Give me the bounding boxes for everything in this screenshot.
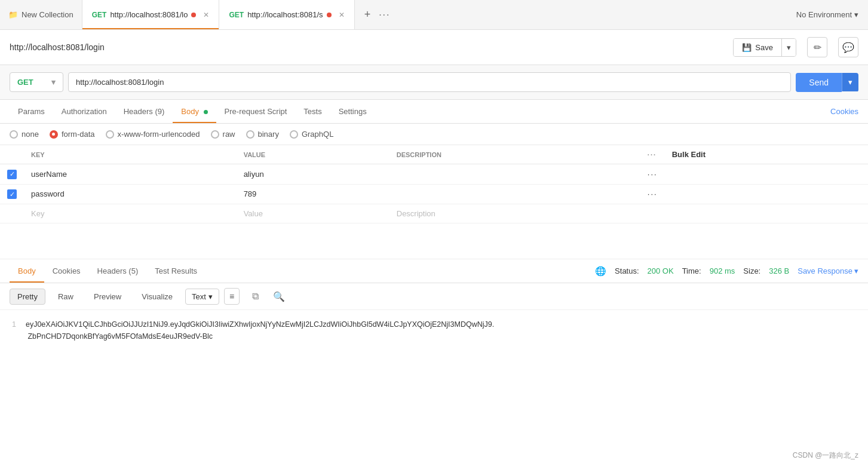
resp-tab-cookies[interactable]: Cookies xyxy=(44,259,89,283)
close-tab-2[interactable]: ✕ xyxy=(339,11,345,19)
tab-settings[interactable]: Settings xyxy=(330,100,375,123)
save-button-group: 💾 Save ▾ xyxy=(733,38,796,57)
body-type-urlencoded[interactable]: x-www-form-urlencoded xyxy=(106,130,200,139)
tab-params[interactable]: Params xyxy=(10,100,53,123)
search-icon: 🔍 xyxy=(273,291,285,302)
tab-headers[interactable]: Headers (9) xyxy=(115,100,173,123)
format-raw-button[interactable]: Raw xyxy=(50,289,81,305)
row1-checkbox-cell[interactable] xyxy=(0,164,24,185)
request-tabs: Params Authorization Headers (9) Body Pr… xyxy=(0,100,868,124)
environment-label: No Environment xyxy=(796,10,852,19)
row1-checkbox[interactable] xyxy=(7,170,17,179)
environment-selector-area: No Environment ▾ xyxy=(796,10,868,19)
send-chevron-button[interactable]: ▾ xyxy=(842,73,858,91)
row2-value-cell[interactable]: 789 xyxy=(237,184,389,204)
bulk-edit-button[interactable]: Bulk Edit xyxy=(672,150,706,159)
row1-value-cell[interactable]: aliyun xyxy=(237,164,389,185)
radio-binary xyxy=(246,130,254,139)
unsaved-indicator-1 xyxy=(191,13,196,17)
resp-tab-headers[interactable]: Headers (5) xyxy=(89,259,147,283)
row2-checkbox[interactable] xyxy=(7,189,17,199)
line-number-2 xyxy=(12,332,18,341)
chevron-down-icon: ▾ xyxy=(854,10,858,19)
collection-tab[interactable]: 📁 New Collection xyxy=(0,0,82,29)
copy-icon: ⧉ xyxy=(252,291,259,302)
empty-desc-cell[interactable]: Description xyxy=(389,204,640,223)
table-row-empty: Key Value Description xyxy=(0,204,868,223)
comment-icon: 💬 xyxy=(842,42,854,53)
row2-value: 789 xyxy=(244,189,257,198)
row1-more[interactable]: ··· xyxy=(640,164,665,185)
filter-button[interactable]: ≡ xyxy=(224,288,240,305)
row2-more[interactable]: ··· xyxy=(640,184,665,204)
body-type-raw[interactable]: raw xyxy=(211,130,235,139)
save-icon: 💾 xyxy=(742,43,752,52)
method-chevron-icon: ▾ xyxy=(51,78,56,87)
body-type-graphql[interactable]: GraphQL xyxy=(290,130,333,139)
row2-empty xyxy=(665,184,868,204)
format-preview-button[interactable]: Preview xyxy=(86,289,129,305)
cookies-link[interactable]: Cookies xyxy=(830,100,858,123)
radio-raw xyxy=(211,130,219,139)
row2-desc-cell[interactable] xyxy=(389,184,640,204)
copy-button[interactable]: ⧉ xyxy=(247,288,263,305)
empty-value-cell[interactable]: Value xyxy=(237,204,389,223)
send-button-group: Send ▾ xyxy=(796,73,858,92)
new-tab-button[interactable]: + xyxy=(361,6,375,23)
body-dot-indicator xyxy=(204,110,208,114)
empty-more xyxy=(640,204,665,223)
row2-key-cell[interactable]: password xyxy=(24,184,237,204)
send-button[interactable]: Send xyxy=(796,73,842,92)
empty-key-cell[interactable]: Key xyxy=(24,204,237,223)
search-button[interactable]: 🔍 xyxy=(271,288,287,305)
request-tab-1[interactable]: GET http://localhost:8081/lo ✕ xyxy=(82,0,220,29)
edit-icon: ✏ xyxy=(814,42,821,53)
row1-key-cell[interactable]: userName xyxy=(24,164,237,185)
size-label: Size: xyxy=(743,266,760,275)
format-pretty-button[interactable]: Pretty xyxy=(10,289,45,305)
save-button[interactable]: 💾 Save xyxy=(734,39,781,56)
request-tab-2[interactable]: GET http://localhost:8081/s ✕ xyxy=(219,0,354,29)
params-table: KEY VALUE DESCRIPTION ··· Bulk Edit user… xyxy=(0,145,868,223)
text-type-label: Text xyxy=(192,292,206,301)
th-checkbox xyxy=(0,145,24,164)
watermark: CSDN @一路向北_z xyxy=(793,450,858,461)
row1-desc-cell[interactable] xyxy=(389,164,640,185)
body-type-form-data[interactable]: form-data xyxy=(50,130,95,139)
line-number-1: 1 xyxy=(12,320,16,329)
folder-icon: 📁 xyxy=(8,10,18,19)
format-visualize-button[interactable]: Visualize xyxy=(134,289,180,305)
filter-icon: ≡ xyxy=(229,292,234,301)
desc-placeholder: Description xyxy=(397,209,435,218)
row1-key: userName xyxy=(31,170,67,179)
method-selector[interactable]: GET ▾ xyxy=(10,72,63,92)
environment-selector[interactable]: No Environment ▾ xyxy=(796,10,858,19)
request-url-2: http://localhost:8081/s xyxy=(247,10,323,19)
resp-tab-body[interactable]: Body xyxy=(10,259,44,283)
response-content: 1eyJ0eXAiOiJKV1QiLCJhbGciOiJJUzI1NiJ9.ey… xyxy=(0,310,868,351)
save-response-chevron-icon: ▾ xyxy=(854,266,858,275)
close-tab-1[interactable]: ✕ xyxy=(203,11,209,19)
body-type-binary[interactable]: binary xyxy=(246,130,279,139)
resp-tab-test-results[interactable]: Test Results xyxy=(146,259,206,283)
tab-body[interactable]: Body xyxy=(173,100,216,123)
save-chevron-button[interactable]: ▾ xyxy=(781,39,796,56)
response-line-2: ZbPnCHD7DqonkBfYag6vM5FOfaMdsE4euJR9edV-… xyxy=(12,330,856,342)
url-input[interactable] xyxy=(68,72,791,92)
row2-checkbox-cell[interactable] xyxy=(0,184,24,204)
response-section: Body Cookies Headers (5) Test Results 🌐 … xyxy=(0,259,868,351)
response-tabs: Body Cookies Headers (5) Test Results 🌐 … xyxy=(0,259,868,283)
request-bar: GET ▾ Send ▾ xyxy=(0,65,868,100)
text-type-selector[interactable]: Text ▾ xyxy=(185,289,219,305)
body-type-none[interactable]: none xyxy=(10,130,39,139)
tab-tests[interactable]: Tests xyxy=(295,100,330,123)
status-label: Status: xyxy=(615,266,639,275)
table-row: userName aliyun ··· xyxy=(0,164,868,185)
save-response-button[interactable]: Save Response ▾ xyxy=(798,266,858,275)
tab-authorization[interactable]: Authorization xyxy=(53,100,115,123)
more-tabs-button[interactable]: ··· xyxy=(379,10,390,20)
th-value: VALUE xyxy=(237,145,389,164)
comment-button[interactable]: 💬 xyxy=(838,37,858,57)
edit-button[interactable]: ✏ xyxy=(807,37,827,57)
tab-pre-request-script[interactable]: Pre-request Script xyxy=(216,100,296,123)
